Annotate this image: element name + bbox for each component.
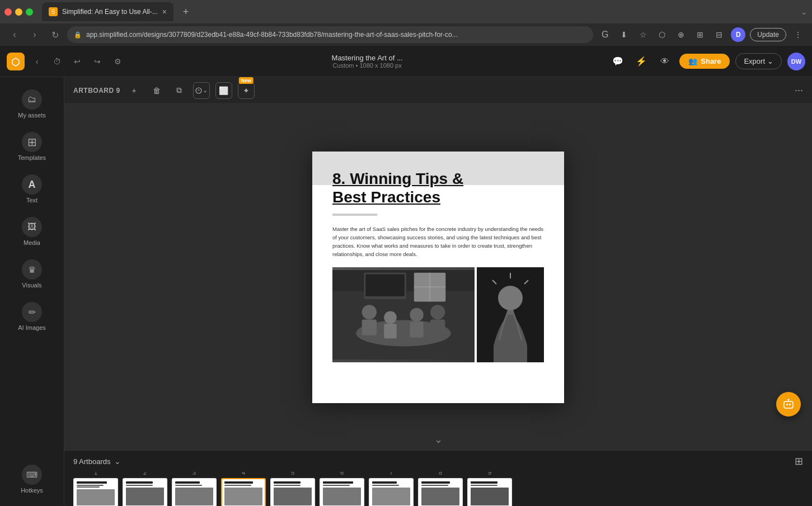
thumbnail-number-1: 1: [94, 472, 97, 476]
minimize-window-button[interactable]: [15, 8, 22, 16]
svg-rect-13: [365, 275, 405, 297]
thumbnail-slide-8[interactable]: [418, 478, 463, 506]
thumbnail-1[interactable]: 1: [73, 472, 118, 506]
bookmark-icon[interactable]: ☆: [636, 27, 650, 42]
thumbnail-slide-4[interactable]: [221, 478, 266, 506]
sidebar-item-text[interactable]: A Text: [7, 169, 57, 209]
artboard-more-button[interactable]: ···: [795, 84, 803, 96]
sidebar-item-templates[interactable]: ⊞ Templates: [7, 126, 57, 167]
thumbnail-number-3: 3: [193, 472, 196, 476]
sidebar-item-my-assets[interactable]: 🗂 My assets: [7, 84, 57, 124]
ai-images-icon: ✏: [22, 302, 42, 322]
history-button[interactable]: ⏱: [49, 54, 65, 69]
sidebar-item-media[interactable]: 🖼 Media: [7, 211, 57, 252]
thumbnail-number-2: 2: [143, 472, 147, 476]
forward-button[interactable]: ›: [27, 27, 43, 42]
grid-view-button[interactable]: ⊞: [795, 455, 803, 467]
thumbnail-4[interactable]: 4: [221, 472, 266, 506]
artboard-add-button[interactable]: +: [126, 82, 143, 99]
share-button[interactable]: 👥 Share: [679, 54, 730, 69]
thumbnail-3[interactable]: 3: [172, 472, 217, 506]
svg-point-10: [430, 305, 445, 320]
update-button[interactable]: Update: [750, 28, 786, 41]
comment-button[interactable]: 💬: [609, 53, 627, 70]
thumbnail-slide-6[interactable]: [320, 478, 364, 506]
thumbnail-number-6: 6: [340, 472, 344, 476]
sidebar-item-ai-images[interactable]: ✏ AI Images: [7, 296, 57, 337]
canvas-viewport: 8. Winning Tips &Best Practices Master t…: [64, 104, 812, 450]
svg-rect-11: [430, 320, 445, 335]
export-button[interactable]: Export ⌄: [735, 53, 782, 69]
document-title: Mastering the Art of ...: [332, 54, 403, 62]
thumbnail-slide-2[interactable]: [123, 478, 167, 506]
browser-chrome: S Simplified: An Easy to Use All-... × +…: [0, 0, 812, 46]
artboard-copy-button[interactable]: ⧉: [171, 82, 187, 99]
download-icon[interactable]: ⬇: [617, 27, 631, 42]
artboard-frame-button[interactable]: ⬜: [215, 82, 232, 99]
thumbnail-slide-7[interactable]: [369, 478, 414, 506]
svg-rect-9: [410, 322, 423, 338]
extension1-icon[interactable]: ⬡: [655, 27, 669, 42]
google-icon[interactable]: G: [598, 27, 612, 42]
new-tab-button[interactable]: +: [178, 4, 194, 20]
thumbnail-slide-5[interactable]: [270, 478, 315, 506]
svg-point-8: [410, 308, 423, 321]
thumbnail-number-4: 4: [242, 472, 245, 476]
tab-close-button[interactable]: ×: [162, 7, 167, 16]
artboard-ai-button[interactable]: New ✦: [238, 82, 255, 99]
artboard-delete-button[interactable]: 🗑: [148, 82, 165, 99]
back-button[interactable]: ‹: [7, 27, 22, 42]
thumbnail-slide-3[interactable]: [172, 478, 217, 506]
preview-button[interactable]: 👁: [656, 53, 674, 70]
thumbnail-slide-1[interactable]: [73, 478, 118, 506]
tab-chevron-button[interactable]: ⌄: [801, 7, 808, 16]
sidebar-item-visuals[interactable]: ♛ Visuals: [7, 254, 57, 294]
artboards-toggle[interactable]: 9 Artboards ⌄: [73, 457, 121, 466]
visuals-icon: ♛: [22, 259, 42, 280]
sidebar-label-ai-images: AI Images: [18, 324, 46, 331]
thumbnail-6[interactable]: 6: [320, 472, 364, 506]
slide-divider: [332, 214, 377, 216]
share-icon: 👥: [688, 57, 697, 65]
lightning-button[interactable]: ⚡: [632, 53, 650, 70]
slide-images: [332, 267, 544, 362]
new-badge: New: [238, 77, 254, 84]
redo-button[interactable]: ↪: [90, 54, 105, 69]
floating-ai-button[interactable]: [776, 392, 801, 417]
maximize-window-button[interactable]: [26, 8, 33, 16]
thumbnail-7[interactable]: 7: [369, 472, 414, 506]
sidebar-item-hotkeys[interactable]: ⌨ Hotkeys: [7, 459, 57, 499]
profile-icon[interactable]: D: [731, 27, 745, 42]
canvas-chevron-button[interactable]: ⌄: [434, 433, 443, 446]
thumbnail-9[interactable]: 9: [467, 472, 512, 506]
templates-icon: ⊞: [22, 132, 42, 152]
slide-image-2: [477, 267, 544, 362]
thumbnail-slide-9[interactable]: [467, 478, 512, 506]
app-logo: [7, 53, 25, 70]
svg-rect-5: [362, 320, 377, 335]
undo-button[interactable]: ↩: [69, 54, 85, 69]
thumbnail-2[interactable]: 2: [123, 472, 167, 506]
artboards-chevron-icon: ⌄: [114, 457, 121, 466]
simplified-logo-icon: [10, 56, 21, 67]
close-window-button[interactable]: [4, 8, 12, 16]
split-icon[interactable]: ⊟: [712, 27, 726, 42]
back-nav-button[interactable]: ‹: [29, 54, 45, 69]
browser-menu-icon[interactable]: ⋮: [791, 27, 805, 42]
browser-tab[interactable]: S Simplified: An Easy to Use All-... ×: [42, 2, 173, 21]
settings-button[interactable]: ⚙: [110, 54, 125, 69]
refresh-button[interactable]: ↻: [47, 27, 63, 42]
user-avatar[interactable]: DW: [787, 53, 805, 70]
thumbnail-5[interactable]: 5: [270, 472, 315, 506]
hands-image: [477, 267, 544, 362]
extension2-icon[interactable]: ⊕: [674, 27, 688, 42]
robot-icon: [782, 398, 795, 410]
address-bar[interactable]: 🔒 app.simplified.com/designs/3077809/d23…: [67, 26, 593, 43]
thumbnails-row: 1 2: [64, 472, 812, 506]
thumbnail-8[interactable]: 8: [418, 472, 463, 506]
artboard-paint-button[interactable]: ⌄: [193, 82, 210, 99]
svg-point-6: [384, 311, 397, 324]
thumbnail-number-7: 7: [389, 472, 393, 476]
extensions-icon[interactable]: ⊞: [693, 27, 707, 42]
sidebar-label-visuals: Visuals: [22, 282, 41, 289]
